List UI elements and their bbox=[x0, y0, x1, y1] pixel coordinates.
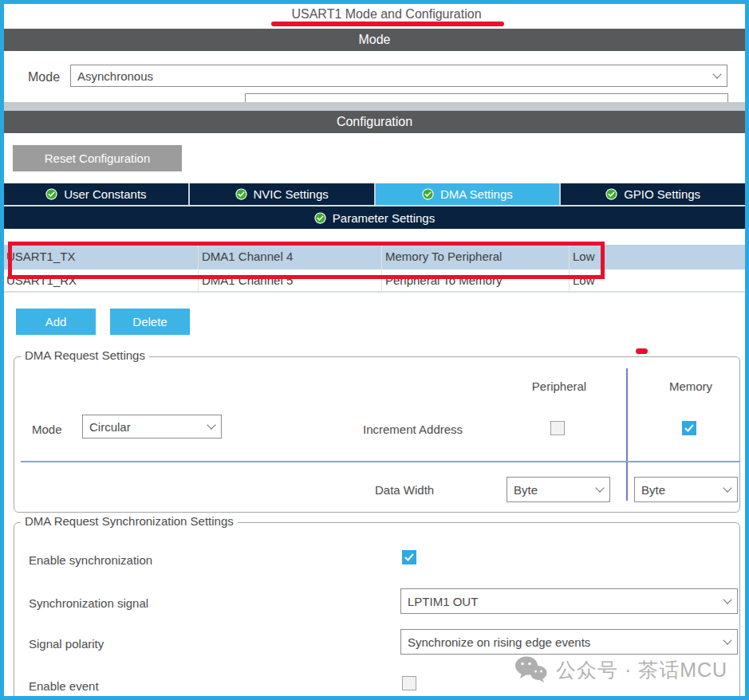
mode-select[interactable]: Asynchronous bbox=[70, 65, 727, 87]
memory-column-header: Memory bbox=[643, 379, 739, 393]
configuration-section-bar: Configuration bbox=[4, 111, 745, 133]
dma-request-table: USART1_TX DMA1 Channel 4 Memory To Perip… bbox=[4, 242, 745, 293]
cell-channel[interactable]: DMA1 Channel 5 bbox=[202, 273, 293, 287]
enable-event-label: Enable event bbox=[29, 679, 99, 693]
chevron-down-icon bbox=[723, 483, 731, 492]
tab-nvic-settings[interactable]: NVIC Settings bbox=[188, 183, 374, 205]
dialog-header: USART1 Mode and Configuration bbox=[4, 4, 745, 29]
cell-channel[interactable]: DMA1 Channel 4 bbox=[202, 250, 293, 263]
increment-peripheral-checkbox[interactable] bbox=[550, 421, 565, 435]
column-separator bbox=[381, 245, 382, 291]
spacer bbox=[4, 229, 745, 242]
sync-signal-label: Synchronization signal bbox=[29, 596, 148, 610]
cell-priority[interactable]: Low bbox=[573, 250, 595, 263]
signal-polarity-label: Signal polarity bbox=[29, 637, 104, 651]
enable-sync-label: Enable synchronization bbox=[29, 553, 152, 567]
partial-select-cutoff[interactable] bbox=[245, 93, 728, 102]
checkmark-icon bbox=[404, 553, 414, 562]
dma-sync-settings-group: DMA Request Synchronization Settings Ena… bbox=[14, 522, 740, 700]
check-circle-icon bbox=[314, 212, 326, 224]
dma-mode-select-value: Circular bbox=[89, 420, 131, 434]
checkmark-icon bbox=[684, 423, 694, 433]
check-circle-icon bbox=[422, 188, 434, 200]
tab-dma-settings[interactable]: DMA Settings bbox=[374, 183, 560, 205]
check-circle-icon bbox=[45, 188, 57, 200]
divider-band bbox=[4, 102, 745, 111]
usart1-config-dialog: USART1 Mode and Configuration Mode Mode … bbox=[0, 0, 749, 700]
chevron-down-icon bbox=[712, 69, 721, 78]
table-actions: Add Delete bbox=[4, 293, 745, 342]
mode-area: Mode Asynchronous bbox=[4, 51, 745, 102]
tab-label: DMA Settings bbox=[440, 187, 513, 201]
cell-direction[interactable]: Memory To Peripheral bbox=[385, 250, 502, 263]
table-row[interactable] bbox=[4, 269, 745, 291]
table-row-selected[interactable] bbox=[4, 245, 745, 269]
enable-sync-checkbox[interactable] bbox=[402, 550, 416, 564]
data-width-memory-value: Byte bbox=[641, 483, 665, 497]
column-separator bbox=[198, 245, 199, 291]
tab-user-constants[interactable]: User Constants bbox=[4, 183, 188, 205]
data-width-peripheral-value: Byte bbox=[514, 483, 538, 497]
peripheral-column-header: Peripheral bbox=[511, 379, 607, 393]
dma-mode-select[interactable]: Circular bbox=[82, 415, 222, 438]
column-separator bbox=[569, 245, 570, 291]
reset-configuration-button[interactable]: Reset Configuration bbox=[13, 145, 182, 171]
tab-label: GPIO Settings bbox=[624, 187, 700, 201]
delete-button[interactable]: Delete bbox=[110, 309, 190, 335]
cell-request[interactable]: USART1_TX bbox=[6, 250, 75, 263]
cell-priority[interactable]: Low bbox=[573, 273, 595, 287]
cell-request[interactable]: USART1_RX bbox=[6, 273, 77, 287]
check-circle-icon bbox=[605, 188, 617, 200]
dma-request-settings-group: DMA Request Settings Peripheral Memory M… bbox=[14, 356, 740, 513]
check-circle-icon bbox=[235, 188, 247, 200]
enable-event-checkbox[interactable] bbox=[402, 676, 416, 690]
parameter-settings-bar[interactable]: Parameter Settings bbox=[4, 206, 745, 229]
data-width-memory-select[interactable]: Byte bbox=[634, 477, 738, 502]
signal-polarity-value: Synchronize on rising edge events bbox=[408, 635, 590, 649]
row-divider bbox=[21, 461, 739, 462]
configuration-section-title: Configuration bbox=[337, 115, 412, 129]
increment-memory-checkbox[interactable] bbox=[682, 421, 696, 435]
sync-signal-value: LPTIM1 OUT bbox=[408, 595, 478, 608]
mode-label: Mode bbox=[28, 70, 60, 85]
increment-address-label: Increment Address bbox=[363, 423, 463, 436]
chevron-down-icon bbox=[723, 635, 731, 644]
data-width-peripheral-select[interactable]: Byte bbox=[507, 477, 610, 502]
mode-section-title: Mode bbox=[358, 33, 390, 47]
settings-tab-bar: User Constants NVIC Settings DMA Setting… bbox=[4, 183, 745, 206]
mode-select-value: Asynchronous bbox=[77, 69, 153, 83]
reset-area: Reset Configuration bbox=[4, 133, 745, 183]
tab-label: NVIC Settings bbox=[254, 187, 329, 201]
tab-gpio-settings[interactable]: GPIO Settings bbox=[559, 183, 745, 205]
group-legend: DMA Request Settings bbox=[21, 348, 149, 362]
chevron-down-icon bbox=[595, 483, 604, 492]
red-dash-annotation bbox=[636, 348, 648, 354]
add-button[interactable]: Add bbox=[16, 309, 96, 335]
sync-signal-select[interactable]: LPTIM1 OUT bbox=[400, 588, 738, 614]
parameter-settings-label: Parameter Settings bbox=[333, 211, 435, 225]
dma-mode-label: Mode bbox=[32, 423, 62, 436]
cell-direction[interactable]: Peripheral To Memory bbox=[385, 273, 502, 287]
red-underline-annotation bbox=[271, 22, 504, 26]
tab-label: User Constants bbox=[64, 187, 146, 201]
data-width-label: Data Width bbox=[375, 483, 434, 497]
column-divider bbox=[626, 368, 628, 501]
mode-section-bar: Mode bbox=[4, 29, 745, 51]
chevron-down-icon bbox=[723, 595, 731, 604]
signal-polarity-select[interactable]: Synchronize on rising edge events bbox=[400, 629, 738, 655]
group-legend: DMA Request Synchronization Settings bbox=[21, 514, 238, 528]
chevron-down-icon bbox=[207, 420, 215, 429]
